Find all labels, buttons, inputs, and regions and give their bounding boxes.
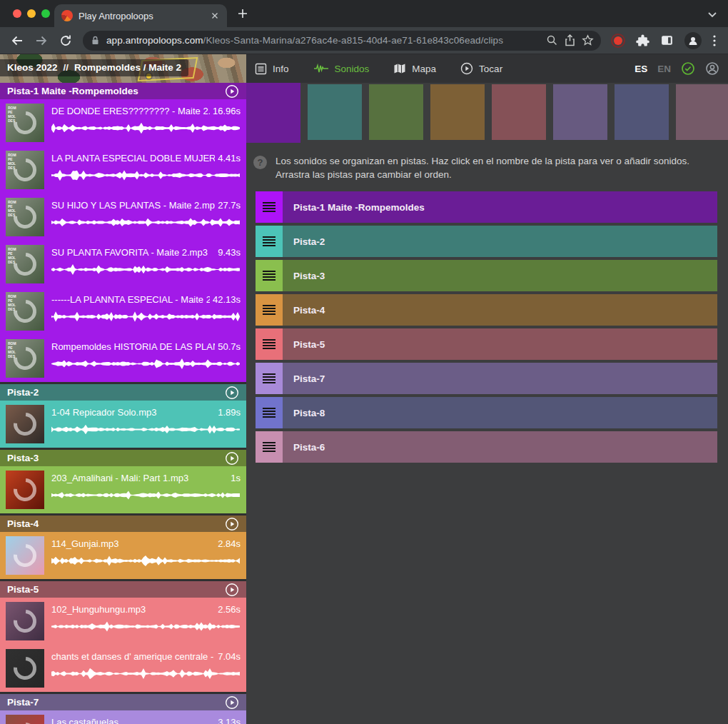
language-es-button[interactable]: ES (635, 64, 647, 74)
track-row-body[interactable]: Pista-4 (283, 294, 717, 326)
close-window-button[interactable] (13, 9, 21, 18)
track-row[interactable]: Pista-3 (256, 260, 717, 291)
clip-row[interactable]: ROM PE MOL DESRompemoldes HISTORIA DE LA… (0, 335, 246, 382)
drag-handle[interactable] (256, 397, 283, 428)
clip-row[interactable]: ROM PE MOL DESLA PLANTA ESPECIAL DOBLE M… (0, 146, 246, 193)
nav-item-sonidos[interactable]: Sonidos (313, 63, 370, 74)
drag-handle[interactable] (256, 191, 283, 223)
clip-row[interactable]: ROM PE MOL DESSU PLANTA FAVORITA - Maite… (0, 241, 246, 288)
track-row-body[interactable]: Pista-1 Maite -Rompemoldes (283, 191, 717, 223)
waveform (51, 169, 241, 181)
track-row[interactable]: Pista-2 (256, 226, 717, 257)
clip-row[interactable]: chants et danses d' amerique centrale - … (0, 645, 246, 692)
status-check-icon[interactable] (681, 61, 695, 76)
reload-button[interactable] (59, 34, 73, 48)
url-bar[interactable]: app.antropoloops.com/Kleos-Santa-Marina/… (83, 31, 601, 51)
clip-row[interactable]: ROM PE MOL DESDE DONDE ERES???????? - Ma… (0, 99, 246, 146)
minimize-window-button[interactable] (27, 9, 36, 18)
window-controls (13, 9, 50, 18)
clip-thumbnail: ROM PE MOL DES (6, 292, 44, 331)
track-section-header[interactable]: Pista-3 (0, 450, 246, 466)
section-play-icon[interactable] (225, 84, 239, 99)
tab-search-chevron-icon[interactable] (707, 9, 718, 20)
section-play-icon[interactable] (225, 695, 239, 710)
clip-row[interactable]: 203_Amalihani - Mali: Part 1.mp31s (0, 466, 246, 513)
track-row[interactable]: Pista-8 (256, 397, 717, 428)
clip-duration: 42.13s (213, 294, 241, 305)
track-row-body[interactable]: Pista-6 (283, 431, 717, 463)
nav-item-mapa[interactable]: Mapa (393, 63, 436, 74)
track-section-header[interactable]: Pista-2 (0, 384, 246, 401)
track-row-body[interactable]: Pista-3 (283, 260, 717, 291)
track-row-label: Pista-3 (293, 271, 325, 281)
drag-handle[interactable] (256, 363, 283, 394)
track-color-tab[interactable] (430, 84, 485, 140)
drag-grip-icon (263, 408, 275, 418)
drag-handle[interactable] (256, 260, 283, 291)
track-color-tab[interactable] (246, 83, 300, 143)
clip-row[interactable]: 102_Hunguhungu.mp32.56s (0, 598, 246, 645)
language-en-button[interactable]: EN (657, 64, 671, 74)
track-section-header[interactable]: Pista-5 (0, 581, 246, 598)
new-tab-button[interactable] (237, 8, 248, 19)
browser-tab[interactable]: Play Antropoloops (54, 4, 227, 27)
track-row[interactable]: Pista-1 Maite -Rompemoldes (256, 191, 717, 223)
drag-handle[interactable] (256, 431, 283, 463)
track-section-header[interactable]: Pista-1 Maite -Rompemoldes (0, 83, 246, 99)
nav-item-tocar[interactable]: Tocar (460, 62, 502, 75)
clip-duration: 3.13s (218, 717, 241, 724)
breadcrumb-project-link[interactable]: Kleos 2022 (7, 62, 58, 73)
zoom-window-button[interactable] (41, 9, 50, 18)
side-panel-icon[interactable] (660, 34, 674, 47)
track-color-tab[interactable] (369, 84, 423, 140)
section-play-icon[interactable] (225, 451, 239, 466)
recording-extension-icon[interactable] (611, 34, 625, 48)
drag-handle[interactable] (256, 226, 283, 257)
account-icon[interactable] (705, 61, 719, 76)
track-color-tab[interactable] (492, 84, 546, 140)
browser-menu-icon[interactable] (712, 34, 717, 47)
waveform (51, 555, 241, 567)
clip-info: LA PLANTA ESPECIAL DOBLE MUJER - Mai...4… (51, 151, 241, 189)
section-play-icon[interactable] (225, 386, 239, 400)
track-row-body[interactable]: Pista-5 (283, 328, 717, 360)
forward-button[interactable] (34, 34, 49, 48)
clip-duration: 27.7s (218, 200, 241, 211)
waveform (51, 423, 241, 436)
drag-handle[interactable] (256, 294, 283, 326)
clip-row[interactable]: 114_Gunjai.mp32.84s (0, 532, 246, 579)
drag-handle[interactable] (256, 328, 283, 360)
section-play-icon[interactable] (225, 583, 239, 597)
tab-close-icon[interactable] (210, 11, 220, 21)
track-section-header[interactable]: Pista-4 (0, 516, 246, 532)
track-section-header[interactable]: Pista-7 (0, 694, 246, 710)
extensions-puzzle-icon[interactable] (636, 34, 649, 47)
zoom-page-icon[interactable] (546, 34, 558, 46)
clip-row[interactable]: ROM PE MOL DESSU HIJO Y LAS PLANTAS - Ma… (0, 193, 246, 241)
track-row[interactable]: Pista-5 (256, 328, 717, 360)
url-domain: app.antropoloops.com (106, 35, 203, 46)
clip-info: 1-04 Repicador Solo.mp31.89s (51, 405, 241, 443)
nav-item-info[interactable]: Info (255, 63, 289, 75)
clip-row[interactable]: Las castañuelas3.13s (0, 710, 246, 724)
track-color-tab[interactable] (676, 84, 728, 140)
track-color-tab[interactable] (553, 84, 607, 140)
lock-icon[interactable] (90, 35, 101, 46)
back-button[interactable] (10, 34, 24, 48)
clip-row[interactable]: ROM PE MOL DES------LA PLANNTA ESPECIAL … (0, 288, 246, 335)
track-row[interactable]: Pista-4 (256, 294, 717, 326)
track-row[interactable]: Pista-7 (256, 363, 717, 394)
clip-row[interactable]: 1-04 Repicador Solo.mp31.89s (0, 401, 246, 448)
track-row-body[interactable]: Pista-8 (283, 397, 717, 428)
track-color-tab[interactable] (615, 84, 669, 140)
profile-avatar[interactable] (684, 32, 702, 49)
clip-list: Las castañuelas3.13s (0, 710, 246, 724)
track-row-body[interactable]: Pista-2 (283, 226, 717, 257)
track-color-tab[interactable] (308, 84, 362, 140)
waveform (51, 263, 241, 276)
bookmark-star-icon[interactable] (582, 34, 594, 46)
track-row-body[interactable]: Pista-7 (283, 363, 717, 394)
track-row[interactable]: Pista-6 (256, 431, 717, 463)
section-play-icon[interactable] (225, 517, 239, 531)
share-icon[interactable] (564, 34, 576, 46)
